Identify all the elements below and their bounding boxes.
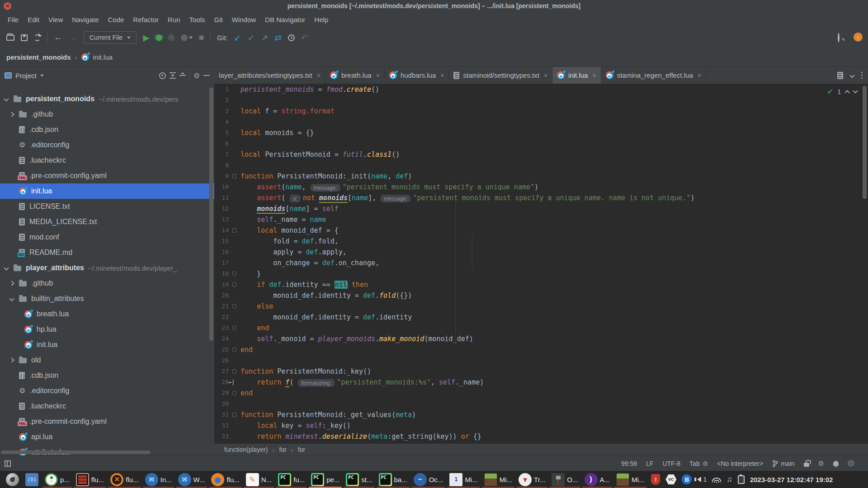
tree-item[interactable]: README.md (0, 245, 214, 260)
expand-all-icon[interactable] (170, 72, 176, 79)
tree-item[interactable]: hp.lua (0, 322, 214, 337)
event-log-icon[interactable]: ! (848, 460, 854, 467)
tab-close-icon[interactable]: × (317, 72, 321, 79)
rollback-icon[interactable]: ↶ (301, 33, 308, 43)
debug-icon[interactable] (156, 34, 162, 41)
editor-tab[interactable]: staminoid/settingtypes.txt× (449, 67, 552, 84)
gear-icon[interactable]: ⚙ (193, 71, 200, 80)
hide-panel-icon[interactable] (203, 75, 210, 76)
tree-item[interactable]: builtin_attributes (0, 291, 214, 306)
chevron-down-icon[interactable] (9, 296, 14, 301)
chevron-down-icon[interactable] (4, 265, 9, 270)
menu-item-view[interactable]: View (44, 14, 67, 25)
forward-icon[interactable]: → (69, 33, 77, 42)
menu-item-run[interactable]: Run (164, 14, 184, 25)
git-branch-widget[interactable]: main (772, 460, 794, 467)
editor-tab[interactable]: init.lua× (552, 67, 601, 84)
vc-icon[interactable]: VC (665, 474, 676, 484)
taskbar-item[interactable]: ba... (376, 471, 410, 488)
taskbar-item[interactable]: flu... (208, 471, 242, 488)
taskbar-item[interactable]: ✎N... (243, 471, 275, 488)
music-player-icon[interactable]: ♫ (726, 475, 732, 484)
editor-tab[interactable]: hudbars.lua× (385, 67, 449, 84)
tree-item[interactable]: mod.conf (0, 230, 214, 245)
taskbar-item[interactable]: flu... (73, 471, 107, 488)
taskbar-item[interactable]: O... (548, 471, 581, 488)
fold-marker-icon[interactable] (232, 369, 236, 374)
tree-item[interactable]: .cdb.json (0, 122, 214, 137)
run-configuration-combo[interactable]: Current File (84, 31, 137, 44)
fold-marker-icon[interactable] (232, 272, 236, 276)
run-icon[interactable]: ▶ (143, 33, 150, 43)
fold-marker-icon[interactable] (232, 228, 236, 233)
chevron-right-icon[interactable] (9, 112, 14, 117)
fold-marker-icon[interactable] (232, 326, 236, 330)
update-available-icon[interactable]: ↑ (854, 33, 863, 42)
volume-indicator[interactable]: 1 (697, 476, 707, 483)
taskbar-item[interactable]: ~Oc... (410, 471, 447, 488)
git-update-icon[interactable]: ↙ (234, 33, 241, 43)
menu-item-git[interactable]: Git (210, 14, 227, 25)
tree-horizontal-scrollbar[interactable] (1, 450, 150, 454)
back-icon[interactable]: ← (54, 33, 62, 42)
menu-item-file[interactable]: File (4, 14, 23, 25)
chevron-up-icon[interactable] (844, 90, 849, 95)
menu-item-edit[interactable]: Edit (24, 14, 43, 25)
taskbar-item[interactable]: fu... (275, 471, 308, 488)
project-panel-title[interactable]: Project (15, 72, 37, 80)
chevron-down-icon[interactable] (4, 96, 9, 101)
fold-marker-icon[interactable] (232, 304, 236, 309)
taskbar-item[interactable]: st... (343, 471, 375, 488)
taskbar-item[interactable]: Mi... (481, 471, 515, 488)
tab-close-icon[interactable]: × (376, 72, 380, 79)
taskbar-item[interactable]: )A... (581, 471, 613, 488)
taskbar-item[interactable]: p... (42, 471, 73, 488)
tree-item[interactable]: LICENSE.txt (0, 199, 214, 214)
locate-file-icon[interactable] (159, 72, 166, 79)
taskbar-item[interactable]: [D] (22, 471, 42, 488)
menu-item-refactor[interactable]: Refactor (129, 14, 163, 25)
breadcrumb-file[interactable]: init.lua (93, 53, 113, 61)
stop-icon[interactable]: ■ (199, 33, 204, 42)
profiler-button[interactable] (181, 34, 193, 41)
settings-gear-icon[interactable]: ⚙ (818, 460, 824, 468)
git-history-icon[interactable] (288, 34, 295, 41)
breadcrumb-item[interactable]: function(player) (224, 446, 268, 453)
tree-item[interactable]: .luacheckrc (0, 153, 214, 168)
chevron-down-icon[interactable] (40, 75, 44, 77)
chevron-down-icon[interactable] (853, 88, 858, 93)
git-commit-icon[interactable]: ✓ (248, 33, 255, 43)
tree-item[interactable]: player_attributes~/.minetest/mods.dev/pl… (0, 260, 214, 276)
taskbar-item[interactable]: ✕flu... (107, 471, 142, 488)
taskbar-item[interactable]: ✉In... (142, 471, 175, 488)
interpreter-selector[interactable]: <No interpreter> (717, 460, 763, 467)
tree-item[interactable]: breath.lua (0, 306, 214, 322)
git-merge-icon[interactable]: ⇄ (274, 33, 282, 43)
breadcrumb-project[interactable]: persistent_monoids (6, 53, 71, 61)
fold-marker-icon[interactable] (232, 347, 236, 352)
line-separator[interactable]: LF (646, 460, 653, 467)
open-folder-icon[interactable] (6, 35, 14, 41)
tree-item[interactable]: .pre-commit-config.yaml (0, 168, 214, 183)
search-everywhere-icon[interactable] (838, 33, 840, 42)
inspections-widget[interactable]: ✔ 1 (825, 87, 860, 97)
tree-item[interactable]: old (0, 352, 214, 368)
tab-close-icon[interactable]: × (440, 72, 444, 79)
fold-marker-icon[interactable] (232, 174, 236, 178)
tool-window-switcher-icon[interactable] (5, 460, 11, 467)
editor-tab[interactable]: layer_attributes/settingtypes.txt× (214, 67, 326, 84)
kebab-menu-icon[interactable] (861, 72, 863, 79)
taskbar-item[interactable]: ✉W... (175, 471, 208, 488)
taskbar-item[interactable] (3, 471, 22, 488)
tree-vertical-scrollbar[interactable] (209, 88, 213, 341)
tree-item[interactable]: MEDIA_LICENSE.txt (0, 214, 214, 230)
chevron-down-icon[interactable] (849, 73, 854, 78)
tree-item[interactable]: persistent_monoids~/.minetest/mods.dev/p… (0, 91, 214, 107)
menu-item-window[interactable]: Window (228, 14, 260, 25)
chevron-right-icon[interactable] (9, 281, 14, 286)
menu-item-help[interactable]: Help (310, 14, 332, 25)
editor-tab[interactable]: stamina_regen_effect.lua× (601, 67, 706, 84)
menu-item-navigate[interactable]: Navigate (68, 14, 103, 25)
save-icon[interactable] (21, 34, 28, 41)
sync-icon[interactable] (34, 34, 41, 41)
